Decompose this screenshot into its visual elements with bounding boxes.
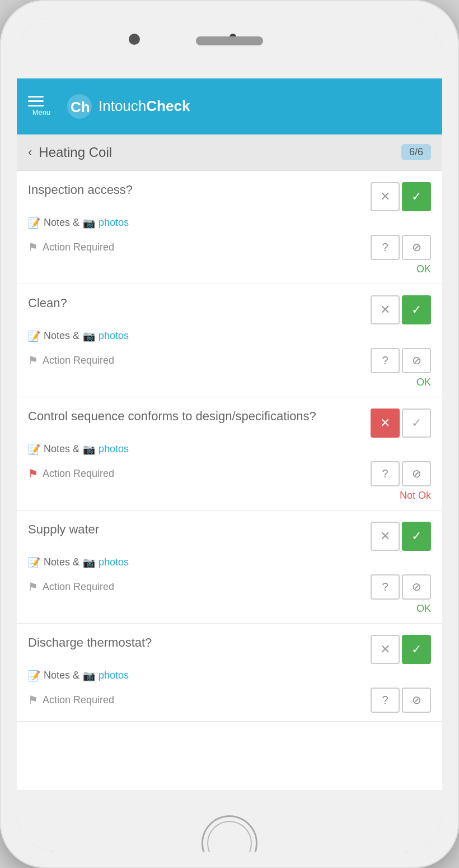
action-label: ⚑ Action Required — [28, 240, 114, 254]
yes-button[interactable]: ✓ — [402, 409, 431, 438]
breadcrumb-bar: ‹ Heating Coil 6/6 — [17, 134, 442, 171]
notes-label: Notes & — [44, 217, 79, 229]
phone-top-bar — [17, 17, 442, 78]
answer-buttons: ✕ ✓ — [371, 182, 431, 211]
item-meta: 📝 Notes & 📷 photos — [28, 670, 431, 682]
menu-label: Menu — [32, 108, 51, 117]
action-buttons: ? ⊘ — [371, 688, 431, 713]
no-button[interactable]: ✕ — [371, 295, 400, 324]
yes-button[interactable]: ✓ — [402, 182, 431, 211]
notes-photos-link[interactable]: 📝 Notes & 📷 photos — [28, 330, 129, 342]
app-logo: Ch — [66, 93, 93, 120]
action-label: ⚑ Action Required — [28, 354, 114, 367]
flag-icon: ⚑ — [28, 580, 38, 593]
na-button[interactable]: ⊘ — [402, 461, 431, 486]
flag-icon: ⚑ — [28, 467, 38, 480]
action-row: ⚑ Action Required ? ⊘ — [28, 688, 431, 713]
yes-button[interactable]: ✓ — [402, 635, 431, 664]
yes-button[interactable]: ✓ — [402, 522, 431, 551]
status-badge: OK — [28, 377, 431, 388]
camera-icon: 📷 — [83, 217, 95, 229]
answer-buttons: ✕ ✓ — [371, 409, 431, 438]
na-button[interactable]: ⊘ — [402, 348, 431, 373]
edit-icon: 📝 — [28, 670, 40, 682]
action-required-label: Action Required — [43, 694, 114, 706]
status-badge: OK — [28, 603, 431, 615]
question-button[interactable]: ? — [371, 461, 400, 486]
no-button[interactable]: ✕ — [371, 182, 400, 211]
na-button[interactable]: ⊘ — [402, 688, 431, 713]
item-title: Discharge thermostat? — [28, 635, 371, 651]
edit-icon: 📝 — [28, 556, 40, 569]
hamburger-icon[interactable] — [28, 96, 44, 106]
answer-buttons: ✕ ✓ — [371, 522, 431, 551]
notes-label: Notes & — [44, 443, 79, 455]
action-required-label: Action Required — [43, 468, 114, 480]
answer-buttons: ✕ ✓ — [371, 295, 431, 324]
list-item: Inspection access? ✕ ✓ 📝 Notes & 📷 photo… — [17, 171, 442, 284]
answer-buttons: ✕ ✓ — [371, 635, 431, 664]
list-item: Discharge thermostat? ✕ ✓ 📝 Notes & 📷 ph… — [17, 624, 442, 722]
action-buttons: ? ⊘ — [371, 235, 431, 260]
edit-icon: 📝 — [28, 443, 40, 456]
flag-icon: ⚑ — [28, 240, 38, 254]
item-meta: 📝 Notes & 📷 photos — [28, 556, 431, 569]
camera-icon: 📷 — [83, 556, 95, 569]
action-row: ⚑ Action Required ? ⊘ — [28, 461, 431, 486]
list-item: Clean? ✕ ✓ 📝 Notes & 📷 photos — [17, 284, 442, 397]
phone-bottom — [17, 790, 442, 852]
phone-inner: Menu Ch IntouchCheck ‹ H — [17, 17, 442, 852]
item-meta: 📝 Notes & 📷 photos — [28, 330, 431, 342]
item-title: Inspection access? — [28, 182, 371, 198]
speaker — [196, 36, 263, 45]
notes-photos-link[interactable]: 📝 Notes & 📷 photos — [28, 217, 129, 229]
menu-area[interactable]: Menu — [28, 96, 55, 117]
flag-icon: ⚑ — [28, 693, 38, 707]
action-label: ⚑ Action Required — [28, 580, 114, 593]
scroll-content: Inspection access? ✕ ✓ 📝 Notes & 📷 photo… — [17, 171, 442, 790]
question-button[interactable]: ? — [371, 688, 400, 713]
item-title: Clean? — [28, 295, 371, 312]
na-button[interactable]: ⊘ — [402, 235, 431, 260]
home-button[interactable] — [202, 815, 257, 852]
phone-frame: Menu Ch IntouchCheck ‹ H — [0, 0, 459, 868]
photos-label: photos — [99, 217, 129, 229]
front-camera — [129, 34, 140, 45]
camera-icon: 📷 — [83, 330, 95, 342]
action-row: ⚑ Action Required ? ⊘ — [28, 574, 431, 600]
page-badge: 6/6 — [401, 144, 431, 160]
question-button[interactable]: ? — [371, 574, 400, 600]
app-title: IntouchCheck — [99, 98, 190, 115]
question-button[interactable]: ? — [371, 348, 400, 373]
camera-icon: 📷 — [83, 443, 95, 456]
action-label: ⚑ Action Required — [28, 693, 114, 707]
edit-icon: 📝 — [28, 330, 40, 342]
notes-label: Notes & — [44, 670, 79, 681]
logo-area: Ch IntouchCheck — [66, 93, 190, 120]
action-buttons: ? ⊘ — [371, 348, 431, 373]
no-button[interactable]: ✕ — [371, 635, 400, 664]
yes-button[interactable]: ✓ — [402, 295, 431, 324]
action-required-label: Action Required — [43, 242, 114, 253]
question-button[interactable]: ? — [371, 235, 400, 260]
app-header: Menu Ch IntouchCheck — [17, 78, 442, 134]
no-button[interactable]: ✕ — [371, 522, 400, 551]
item-title: Control sequence conforms to design/spec… — [28, 409, 371, 425]
notes-label: Notes & — [44, 556, 79, 568]
list-item: Supply water ✕ ✓ 📝 Notes & 📷 photos — [17, 510, 442, 624]
no-button[interactable]: ✕ — [371, 409, 400, 438]
status-badge: OK — [28, 263, 431, 275]
photos-label: photos — [99, 443, 129, 455]
back-button[interactable]: ‹ — [28, 145, 32, 160]
camera-icon: 📷 — [83, 670, 95, 682]
action-row: ⚑ Action Required ? ⊘ — [28, 348, 431, 373]
notes-photos-link[interactable]: 📝 Notes & 📷 photos — [28, 556, 129, 569]
screen: Menu Ch IntouchCheck ‹ H — [17, 78, 442, 790]
action-buttons: ? ⊘ — [371, 574, 431, 600]
item-title: Supply water — [28, 522, 371, 538]
na-button[interactable]: ⊘ — [402, 574, 431, 600]
status-badge: Not Ok — [28, 490, 431, 502]
notes-photos-link[interactable]: 📝 Notes & 📷 photos — [28, 443, 129, 456]
notes-label: Notes & — [44, 330, 79, 342]
notes-photos-link[interactable]: 📝 Notes & 📷 photos — [28, 670, 129, 682]
